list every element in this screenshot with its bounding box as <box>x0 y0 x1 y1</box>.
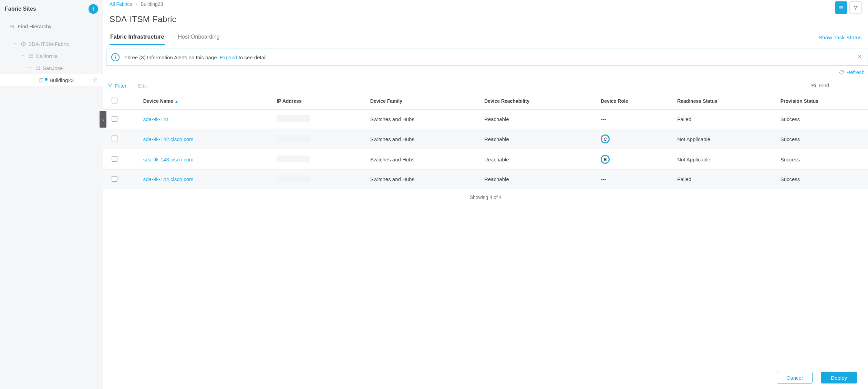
cell-provision-status: Success <box>777 149 868 170</box>
device-name-link[interactable]: sda-9k-144.cisco.com <box>143 176 194 182</box>
view-topology-button[interactable] <box>849 1 862 14</box>
collapse-sidebar-button[interactable]: ‹ <box>100 111 106 128</box>
site-tree: ﹀ SDA-ITSM-Fabric ﹀ California ﹀ SanJose <box>0 35 103 86</box>
cell-device-role: C <box>597 129 674 149</box>
find-hierarchy-input[interactable] <box>18 23 98 29</box>
redacted-ip <box>277 175 310 182</box>
tree-item-california[interactable]: ﹀ California <box>0 50 103 62</box>
cell-device-name: sda-9k-142.cisco.com <box>140 129 273 149</box>
device-name-link[interactable]: sda-9k-141 <box>143 116 169 122</box>
tab-host-onboarding[interactable]: Host Onboarding <box>177 30 220 45</box>
building-icon <box>39 78 44 83</box>
checkbox-icon[interactable] <box>112 136 117 141</box>
device-role-text: --- <box>601 176 606 182</box>
chevron-right-icon: › <box>135 1 137 7</box>
view-list-button[interactable] <box>835 1 847 14</box>
checkbox-icon[interactable] <box>112 98 117 103</box>
filter-button[interactable]: Filter <box>107 83 132 89</box>
header-select-all[interactable] <box>103 93 140 110</box>
alert-text-pre: Three (3) Information Alerts on this pag… <box>124 54 220 60</box>
alert-expand-link[interactable]: Expand <box>220 54 237 60</box>
alert-text: Three (3) Information Alerts on this pag… <box>124 54 268 60</box>
cell-device-name: sda-9k-144.cisco.com <box>140 170 273 189</box>
chevron-down-icon[interactable]: ﹀ <box>27 65 33 71</box>
header-device-family[interactable]: Device Family <box>367 93 481 110</box>
alert-close-button[interactable] <box>857 53 863 61</box>
deploy-button[interactable]: Deploy <box>821 372 857 383</box>
svg-point-5 <box>94 79 95 80</box>
sidebar-title: Fabric Sites <box>5 6 36 12</box>
table-row[interactable]: sda-9k-142.cisco.comSwitches and HubsRea… <box>103 129 868 149</box>
topology-icon <box>853 5 858 10</box>
row-select[interactable] <box>103 129 140 149</box>
refresh-button[interactable]: Refresh <box>839 69 865 75</box>
tree-item-sanjose[interactable]: ﹀ SanJose <box>0 62 103 74</box>
cell-device-family: Switches and Hubs <box>367 170 481 189</box>
row-select[interactable] <box>103 110 140 129</box>
tree-item-label: California <box>36 53 58 59</box>
tree-item-label: Building23 <box>50 77 74 83</box>
find-hierarchy[interactable] <box>0 18 103 35</box>
top-bar: All Fabrics › Building23 <box>103 0 868 14</box>
table-row[interactable]: sda-9k-143.cisco.comSwitches and HubsRea… <box>103 149 868 170</box>
page-title: SDA-ITSM-Fabric <box>103 14 868 24</box>
cell-device-role: E <box>597 149 674 170</box>
add-fabric-site-button[interactable] <box>89 4 98 14</box>
tree-item-building23[interactable]: Building23 <box>0 74 103 86</box>
redacted-ip <box>277 115 310 122</box>
cancel-button[interactable]: Cancel <box>777 372 813 383</box>
tab-fabric-infrastructure[interactable]: Fabric Infrastructure <box>110 30 165 45</box>
cell-device-reachability: Reachable <box>481 170 597 189</box>
show-task-status-link[interactable]: Show Task Status <box>819 34 862 40</box>
cell-ip-address <box>273 129 366 149</box>
table-find-input[interactable] <box>819 82 864 88</box>
header-readiness-status[interactable]: Readiness Status <box>674 93 777 110</box>
status-dot-icon <box>45 78 48 81</box>
header-device-name[interactable]: Device Name▲ <box>140 93 273 110</box>
tree-item-settings-button[interactable] <box>92 77 97 83</box>
cell-provision-status: Success <box>777 110 868 129</box>
header-device-reachability[interactable]: Device Reachability <box>481 93 597 110</box>
table-find[interactable] <box>811 82 864 89</box>
info-alert: i Three (3) Information Alerts on this p… <box>106 49 868 66</box>
cell-device-reachability: Reachable <box>481 149 597 170</box>
table-row[interactable]: sda-9k-141Switches and HubsReachable---F… <box>103 110 868 129</box>
table-row[interactable]: sda-9k-144.cisco.comSwitches and HubsRea… <box>103 170 868 189</box>
svg-rect-2 <box>29 55 33 58</box>
cell-provision-status: Success <box>777 129 868 149</box>
globe-icon <box>21 41 26 47</box>
header-ip-address[interactable]: IP Address <box>273 93 366 110</box>
cell-readiness-status: Failed <box>674 110 777 129</box>
svg-point-0 <box>12 25 13 27</box>
chevron-left-icon: ‹ <box>102 117 104 122</box>
cell-ip-address <box>273 110 366 129</box>
cell-device-name: sda-9k-143.cisco.com <box>140 149 273 170</box>
chevron-down-icon[interactable]: ﹀ <box>12 41 19 47</box>
device-name-link[interactable]: sda-9k-143.cisco.com <box>143 157 194 162</box>
edit-button: Edit <box>138 83 147 89</box>
row-select[interactable] <box>103 170 140 189</box>
checkbox-icon[interactable] <box>112 176 117 182</box>
device-name-link[interactable]: sda-9k-142.cisco.com <box>143 136 194 142</box>
header-device-role[interactable]: Device Role <box>597 93 674 110</box>
refresh-label: Refresh <box>846 69 865 75</box>
cell-device-name: sda-9k-141 <box>140 110 273 129</box>
area-icon <box>28 53 34 59</box>
cell-device-role: --- <box>597 110 674 129</box>
row-select[interactable] <box>103 149 140 170</box>
breadcrumb-root[interactable]: All Fabrics <box>110 1 132 7</box>
svg-point-8 <box>855 9 856 10</box>
close-icon <box>857 53 863 60</box>
checkbox-icon[interactable] <box>112 156 117 162</box>
filter-icon <box>107 83 113 88</box>
list-search-icon <box>811 83 816 88</box>
tree-item-root[interactable]: ﹀ SDA-ITSM-Fabric <box>0 38 103 50</box>
svg-rect-4 <box>40 78 43 82</box>
chevron-down-icon[interactable]: ﹀ <box>20 53 26 59</box>
plus-icon <box>91 6 96 12</box>
table-summary: Showing 4 of 4 <box>103 189 868 206</box>
checkbox-icon[interactable] <box>112 116 117 122</box>
cell-ip-address <box>273 170 366 189</box>
footer-actions: Cancel Deploy <box>103 366 868 389</box>
header-provision-status[interactable]: Provision Status <box>777 93 868 110</box>
